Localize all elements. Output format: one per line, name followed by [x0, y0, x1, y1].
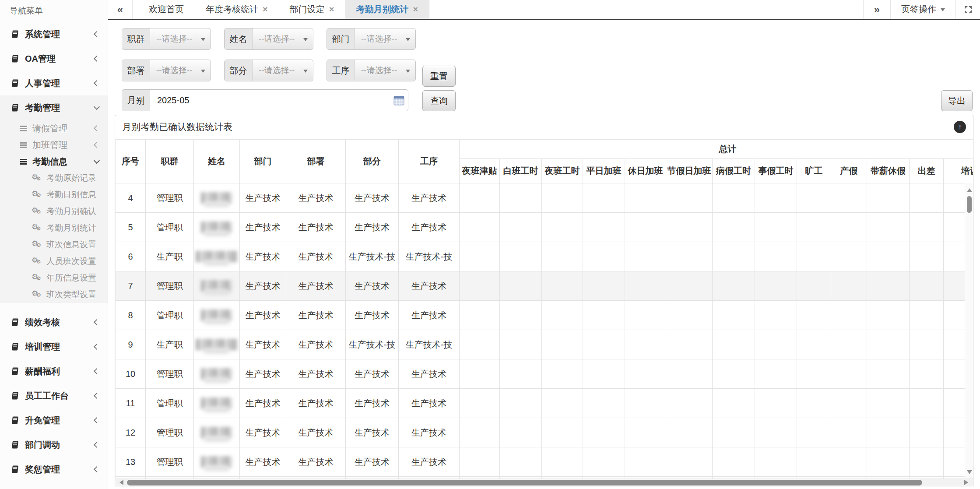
filter-select-value: --请选择--: [150, 28, 211, 49]
sidebar-item[interactable]: 奖惩管理: [0, 457, 108, 482]
sidebar-item[interactable]: 升免管理: [0, 408, 108, 433]
vertical-scrollbar[interactable]: [965, 183, 973, 478]
cell-metric: [713, 418, 755, 447]
cell-division: 生产技术: [286, 447, 346, 477]
filter-select[interactable]: 部门--请选择--: [327, 28, 416, 50]
cell-metric: [666, 330, 713, 359]
sidebar-item[interactable]: 考勤信息: [0, 153, 108, 170]
sidebar-item[interactable]: ⚙⚙考勤月别确认: [0, 203, 108, 220]
cell-metric: [583, 242, 625, 271]
tab[interactable]: 年度考核统计×: [195, 0, 279, 19]
sidebar-item[interactable]: 薪酬福利: [0, 359, 108, 383]
close-icon[interactable]: ×: [263, 4, 268, 14]
table-row[interactable]: 4管理职生产技术生产技术生产技术生产技术: [116, 183, 973, 213]
sidebar-item-label: 考勤日别信息: [46, 189, 96, 201]
tabs-scroll-right-button[interactable]: »: [863, 0, 890, 19]
table-row[interactable]: 6生产职生产技术生产技术生产技术-技生产技术-技: [116, 242, 973, 271]
sidebar-item[interactable]: ⚙⚙考勤日别信息: [0, 186, 108, 203]
sidebar-item[interactable]: 员工工作台: [0, 383, 108, 408]
cell-dept: 生产技术: [240, 359, 286, 389]
scroll-right-arrow-icon[interactable]: [964, 480, 971, 485]
tab-operations-dropdown[interactable]: 页签操作: [890, 0, 955, 19]
gears-icon: ⚙⚙: [32, 173, 42, 183]
name-blur-block: [196, 339, 238, 350]
book-icon: [11, 79, 19, 88]
menu-bars-icon: [20, 159, 27, 165]
filter-select[interactable]: 姓名--请选择--: [224, 28, 313, 50]
sidebar-item[interactable]: 系统管理: [0, 22, 108, 46]
table-row[interactable]: 11管理职生产技术生产技术生产技术生产技术: [116, 389, 973, 418]
scroll-down-arrow-icon[interactable]: [967, 470, 972, 477]
sidebar-item[interactable]: ⚙⚙班次信息设置: [0, 236, 108, 253]
cell-division: 生产技术: [286, 271, 346, 301]
tab-label: 年度考核统计: [206, 4, 258, 15]
calendar-icon[interactable]: [393, 95, 404, 106]
cell-metric: [500, 242, 542, 271]
sidebar-item[interactable]: OA管理: [0, 46, 108, 71]
tab[interactable]: 欢迎首页: [138, 0, 195, 19]
gears-icon: ⚙⚙: [32, 240, 42, 250]
cell-metric: [583, 213, 625, 242]
sidebar-item[interactable]: ⚙⚙人员班次设置: [0, 253, 108, 270]
cell-metric: [910, 271, 944, 301]
table-row[interactable]: 10管理职生产技术生产技术生产技术生产技术: [116, 359, 973, 389]
export-button[interactable]: 导出: [941, 90, 973, 111]
metric-column-header: 带薪休假: [867, 159, 910, 183]
cell-metric: [460, 213, 500, 242]
sidebar-item[interactable]: 部门调动: [0, 433, 108, 457]
table-row[interactable]: 13管理职生产技术生产技术生产技术生产技术: [116, 447, 973, 477]
cell-metric: [625, 271, 666, 301]
collapse-panel-button[interactable]: ↑: [954, 121, 966, 133]
sidebar-item[interactable]: 考勤管理: [0, 95, 108, 120]
tabs-scroll-left-button[interactable]: «: [108, 0, 133, 19]
filter-select-label: 部署: [122, 60, 150, 81]
close-icon[interactable]: ×: [329, 4, 334, 14]
cell-job-group: 管理职: [146, 301, 194, 330]
filter-select[interactable]: 工序--请选择--: [327, 60, 416, 81]
sidebar-item[interactable]: ⚙⚙考勤月别统计: [0, 220, 108, 236]
cell-process: 生产技术-技: [399, 242, 460, 271]
query-button[interactable]: 查询: [422, 90, 456, 111]
horizontal-scrollbar-thumb[interactable]: [127, 480, 922, 485]
metric-column-header: 休日加班: [625, 159, 666, 183]
reset-button[interactable]: 重置: [422, 66, 456, 87]
horizontal-scrollbar[interactable]: [115, 478, 973, 486]
vertical-scrollbar-thumb[interactable]: [967, 196, 972, 213]
table-row[interactable]: 7管理职生产技术生产技术生产技术生产技术: [116, 271, 973, 301]
sidebar-item[interactable]: ⚙⚙班次类型设置: [0, 286, 108, 303]
sidebar-item-label: 考勤管理: [25, 102, 60, 114]
sidebar-item[interactable]: 加班管理: [0, 137, 108, 153]
cell-metric: [910, 359, 944, 389]
table-row[interactable]: 8管理职生产技术生产技术生产技术生产技术: [116, 301, 973, 330]
fullscreen-button[interactable]: [955, 0, 980, 19]
table-row[interactable]: 9生产职生产技术生产技术生产技术-技生产技术-技: [116, 330, 973, 359]
table-row[interactable]: 5管理职生产技术生产技术生产技术生产技术: [116, 213, 973, 242]
filter-select[interactable]: 职群--请选择--: [122, 28, 211, 50]
scroll-left-arrow-icon[interactable]: [117, 480, 123, 485]
cell-metric: [713, 213, 755, 242]
sidebar-item[interactable]: 培训管理: [0, 334, 108, 359]
cell-metric: [755, 418, 797, 447]
column-header: 部署: [286, 140, 346, 183]
sidebar-item[interactable]: 绩效考核: [0, 310, 108, 334]
gears-icon: ⚙⚙: [32, 290, 42, 299]
month-field[interactable]: 月别 2025-05: [122, 89, 408, 111]
redacted-name: [195, 310, 239, 321]
cell-dept: 生产技术: [240, 242, 286, 271]
book-icon: [11, 342, 19, 351]
chevron-left-icon: [94, 344, 100, 350]
sidebar-item[interactable]: 请假管理: [0, 120, 108, 137]
tab[interactable]: 部门设定×: [279, 0, 345, 19]
cell-process: 生产技术: [399, 183, 460, 213]
sidebar-item[interactable]: ⚙⚙年历信息设置: [0, 270, 108, 286]
sidebar-item[interactable]: ⚙⚙考勤原始记录: [0, 170, 108, 186]
sidebar-item[interactable]: 人事管理: [0, 71, 108, 95]
cell-metric: [867, 418, 910, 447]
filter-select[interactable]: 部署--请选择--: [122, 60, 211, 81]
filter-select[interactable]: 部分--请选择--: [224, 60, 313, 81]
scroll-up-arrow-icon[interactable]: [967, 186, 972, 192]
tab[interactable]: 考勤月别统计×: [345, 0, 429, 19]
table-row[interactable]: 12管理职生产技术生产技术生产技术生产技术: [116, 418, 973, 447]
month-input[interactable]: 2025-05: [150, 90, 408, 111]
close-icon[interactable]: ×: [413, 4, 418, 14]
